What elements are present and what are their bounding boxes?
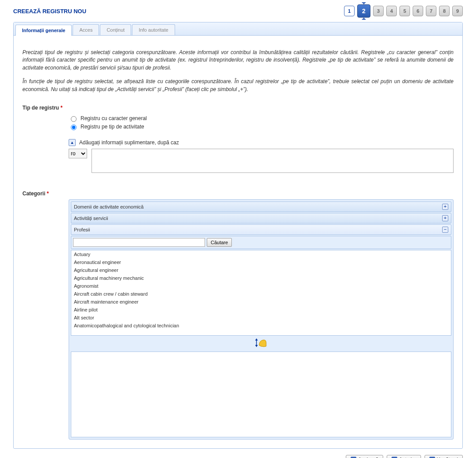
language-select[interactable]: ro [69,149,87,158]
search-button[interactable]: Căutare [207,238,232,247]
list-item[interactable]: Airline pilot [71,306,451,314]
next-button[interactable]: ▶ Următorul [425,455,463,458]
tab-content[interactable]: Conținut [100,24,131,35]
list-item[interactable]: Agricultural engineer [71,266,451,274]
radio-activity[interactable]: Registru pe tip de activitate [69,123,454,130]
radio-general[interactable]: Registru cu caracter general [69,115,454,122]
list-item[interactable]: Actuary [71,250,451,258]
category-economic[interactable]: Domenii de activitate economică + [71,202,451,212]
footer-buttons: ✕ Anulează ◀ Anterior ▶ Următorul [13,455,463,458]
step-5[interactable]: 5 [399,6,410,16]
intro-paragraph-1: Precizați tipul de registru și selectați… [22,49,454,72]
minus-icon[interactable]: − [442,227,448,233]
search-input[interactable] [73,238,205,247]
supplementary-textarea[interactable] [92,149,454,173]
drag-handle-icon[interactable] [71,336,451,352]
list-item[interactable]: Aircraft cabin crew / cabin steward [71,290,451,298]
previous-button[interactable]: ◀ Anterior [387,455,421,458]
cancel-button[interactable]: ✕ Anulează [346,455,383,458]
step-1[interactable]: 1 [344,6,355,16]
step-3[interactable]: 3 [373,6,384,16]
category-economic-label: Domenii de activitate economică [74,204,143,209]
registry-type-group: Registru cu caracter general Registru pe… [69,115,454,130]
radio-general-label: Registru cu caracter general [81,115,147,121]
svg-marker-1 [255,338,258,341]
step-8[interactable]: 8 [439,6,450,16]
list-item[interactable]: Aeronautical engineer [71,258,451,266]
list-item[interactable]: Agronomist [71,282,451,290]
step-2[interactable]: 2 [357,4,370,18]
tab-access[interactable]: Acces [73,24,99,35]
intro-paragraph-2: În funcție de tipul de registru selectat… [22,78,454,93]
category-services[interactable]: Activități servicii + [71,213,451,224]
tab-authority[interactable]: Info autoritate [132,24,175,35]
tabs: Informații generale Acces Conținut Info … [14,22,462,36]
professions-listbox[interactable]: Actuary Aeronautical engineer Agricultur… [71,250,451,336]
list-item[interactable]: Agricultural machinery mechanic [71,274,451,282]
page-title: CREEAZĂ REGISTRU NOU [13,8,86,15]
plus-icon[interactable]: + [442,204,448,210]
main-card: Informații generale Acces Conținut Info … [13,22,463,449]
step-7[interactable]: 7 [426,6,436,16]
wizard-steps: 1 2 3 4 5 6 7 8 9 [344,4,463,18]
radio-activity-label: Registru pe tip de activitate [81,124,144,130]
radio-general-input[interactable] [71,116,77,122]
radio-activity-input[interactable] [71,125,77,130]
plus-icon[interactable]: + [442,215,448,221]
category-services-label: Activități servicii [74,216,108,221]
list-item[interactable]: Anatomicopathalogical and cytological te… [71,322,451,330]
search-row: Căutare [71,236,451,249]
categories-label: Categorii * [22,191,69,197]
step-4[interactable]: 4 [386,6,397,16]
category-professions-label: Profesii [74,227,90,232]
list-item[interactable]: Aircraft maintenance engineer [71,298,451,306]
selected-dropzone[interactable] [71,352,451,437]
supplementary-label: Adăugați informații suplimentare, după c… [79,139,179,146]
categories-panel: Domenii de activitate economică + Activi… [69,199,454,440]
step-6[interactable]: 6 [413,6,423,16]
category-professions[interactable]: Profesii − [71,224,451,235]
type-label: Tip de registru * [22,105,69,111]
svg-marker-2 [255,345,258,347]
tab-general[interactable]: Informații generale [15,25,72,36]
step-9[interactable]: 9 [452,6,463,16]
collapse-supplementary-icon[interactable]: ▲ [69,139,76,146]
list-item[interactable]: Alt sector [71,314,451,322]
